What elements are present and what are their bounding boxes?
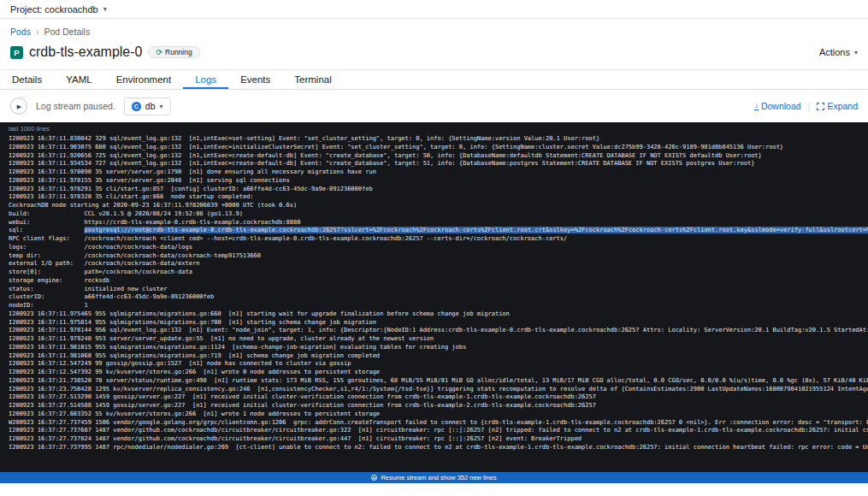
log-line: I200923 16:37:11.978291 35 cli/start.go:… <box>0 186 868 194</box>
download-icon: ↓ <box>754 103 759 110</box>
tab-logs[interactable]: Logs <box>183 70 228 89</box>
log-line: I200923 16:37:11.981015 955 sqlmigration… <box>0 344 868 352</box>
resume-label: Resume stream and show 352 new lines <box>381 474 496 481</box>
selected-log-text: postgresql://root@crdb-tls-example-0.crd… <box>85 227 868 233</box>
log-line: I200923 16:37:11.975814 955 sqlmigration… <box>0 319 868 328</box>
log-line: I200923 16:37:27.514588 1459 gossip/serv… <box>0 402 868 410</box>
container-name: db <box>145 101 156 111</box>
log-line: RPC client flags: /cockroach/cockroach <… <box>0 235 868 244</box>
log-line: webui: https://crdb-tls-example-0.crdb-t… <box>0 219 868 227</box>
toolbar-divider: | <box>808 101 811 111</box>
log-line: I200923 16:37:11.981060 955 sqlmigration… <box>0 352 868 361</box>
log-line: I200923 16:37:21.738520 78 server/status… <box>0 377 868 386</box>
log-line: W200923 16:37:27.737459 1506 vendor/goog… <box>0 419 868 428</box>
log-line: I200923 16:37:27.737995 1487 rpc/nodedia… <box>0 444 868 452</box>
project-selector[interactable]: Project: cockroachdb ▾ <box>10 4 107 15</box>
log-line: I200923 16:37:11.970090 35 server/server… <box>0 168 868 177</box>
breadcrumb-separator-icon: › <box>36 27 39 37</box>
pod-icon: P <box>10 46 23 59</box>
resume-stream-button[interactable]: ▶ <box>10 97 27 115</box>
log-line: I200923 16:37:11.934534 727 sql/event_lo… <box>0 160 868 168</box>
log-line: storage engine: rocksdb <box>0 277 868 286</box>
log-line: I200923 16:37:12.547392 99 kv/kvserver/s… <box>0 369 868 377</box>
log-line: sql: postgresql://root@crdb-tls-example-… <box>0 227 868 235</box>
status-badge: ⟳ Running <box>148 46 199 58</box>
log-line-count: last 1000 lines <box>0 122 868 135</box>
container-icon: C <box>132 102 141 111</box>
download-button[interactable]: ↓ Download <box>754 101 800 111</box>
log-line: I200923 16:37:27.603352 55 kv/kvserver/s… <box>0 410 868 419</box>
refresh-icon: ⟳ <box>156 49 162 56</box>
log-line: status: initialized new cluster <box>0 286 868 294</box>
actions-menu-button[interactable]: Actions ▾ <box>819 47 858 57</box>
log-lines: I200923 16:37:11.830042 329 sql/event_lo… <box>0 135 868 452</box>
breadcrumb-pods-link[interactable]: Pods <box>10 27 31 37</box>
log-line: I200923 16:37:27.737687 1487 vendor/gith… <box>0 427 868 435</box>
log-line: nodeID: 1 <box>0 302 868 310</box>
log-line: CockroachDB node starting at 2020-09-23 … <box>0 202 868 210</box>
log-line: I200923 16:37:11.920656 725 sql/event_lo… <box>0 152 868 161</box>
topbar: Project: cockroachdb ▾ <box>0 0 868 19</box>
chevron-down-icon: ▾ <box>854 49 858 56</box>
log-line: I200923 16:37:12.547249 99 gossip/gossip… <box>0 360 868 369</box>
tab-environment[interactable]: Environment <box>104 70 184 89</box>
tabs: DetailsYAMLEnvironmentLogsEventsTerminal <box>0 69 868 90</box>
log-line: I200923 16:37:11.979248 953 server/serve… <box>0 335 868 344</box>
page-title: crdb-tls-example-0 <box>29 44 142 60</box>
log-line: temp dir: /cockroach/cockroach-data/cock… <box>0 252 868 261</box>
actions-label: Actions <box>819 47 850 57</box>
resume-stream-bar[interactable]: ▶ Resume stream and show 352 new lines <box>0 472 868 483</box>
log-line: external I/O path: /cockroach/cockroach-… <box>0 260 868 269</box>
status-label: Running <box>165 48 192 56</box>
log-line: I200923 16:37:11.978320 35 cli/start.go:… <box>0 193 868 202</box>
expand-label: Expand <box>827 101 858 111</box>
play-icon: ▶ <box>17 103 21 109</box>
download-label: Download <box>761 101 801 111</box>
log-line: store[0]: path=/cockroach/cockroach-data <box>0 269 868 277</box>
log-viewport[interactable]: last 1000 lines I200923 16:37:11.830042 … <box>0 122 868 483</box>
log-line: I200923 16:37:11.903075 680 sql/event_lo… <box>0 144 868 152</box>
project-label: Project: cockroachdb <box>10 4 98 15</box>
log-actions: ↓ Download | Expand <box>754 101 858 111</box>
stream-status: Log stream paused. <box>36 101 115 111</box>
breadcrumb: Pods › Pod Details <box>0 19 868 37</box>
expand-icon <box>817 103 824 110</box>
log-line: logs: /cockroach/cockroach-data/logs <box>0 244 868 252</box>
tab-events[interactable]: Events <box>228 70 282 89</box>
log-line: I200923 16:37:11.978144 956 sql/event_lo… <box>0 327 868 335</box>
breadcrumb-current: Pod Details <box>44 27 90 37</box>
log-line: I200923 16:37:11.830042 329 sql/event_lo… <box>0 135 868 144</box>
tab-terminal[interactable]: Terminal <box>282 70 343 89</box>
log-line: build: CCL v20.1.5 @ 2020/08/24 19:52:08… <box>0 210 868 219</box>
log-line: I200923 16:37:27.737824 1487 vendor/gith… <box>0 435 868 444</box>
log-line: I200923 16:37:11.975465 955 sqlmigration… <box>0 310 868 319</box>
log-line: clusterID: a66ffe4d-cc63-45dc-9a9e-09123… <box>0 293 868 302</box>
pod-header: P crdb-tls-example-0 ⟳ Running Actions ▾ <box>0 37 868 62</box>
log-line: I200923 16:37:23.750428 1295 kv/kvserver… <box>0 386 868 394</box>
play-circle-icon: ▶ <box>371 475 377 481</box>
chevron-down-icon: ▾ <box>103 5 107 13</box>
tab-yaml[interactable]: YAML <box>54 70 103 89</box>
log-line: I200923 16:37:11.978155 35 server/server… <box>0 177 868 186</box>
container-select[interactable]: C db ▾ <box>124 97 171 115</box>
tab-details[interactable]: Details <box>0 70 54 89</box>
log-toolbar: ▶ Log stream paused. C db ▾ ↓ Download |… <box>0 90 868 122</box>
chevron-down-icon: ▾ <box>160 103 163 110</box>
expand-button[interactable]: Expand <box>817 101 858 111</box>
log-line: I200923 16:37:27.513290 1459 gossip/serv… <box>0 393 868 402</box>
